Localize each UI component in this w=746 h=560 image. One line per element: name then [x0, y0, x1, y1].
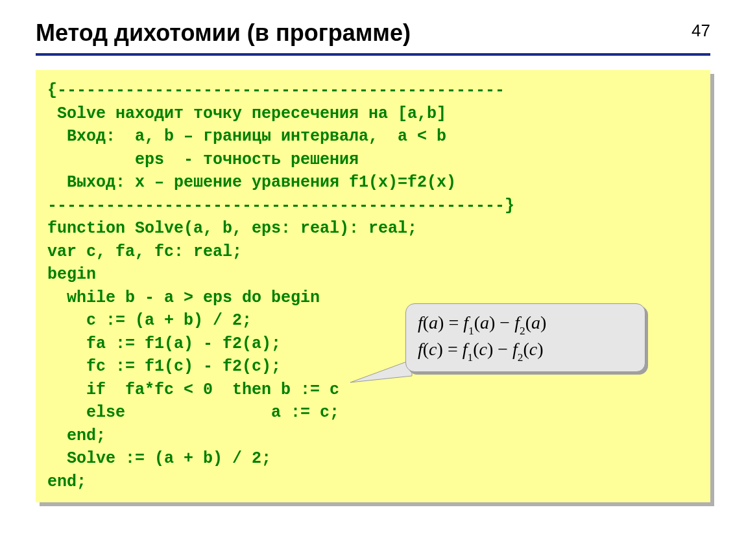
- code-line: function Solve(a, b, eps: real): real;: [47, 217, 699, 240]
- code-line: end;: [47, 425, 699, 448]
- code-line: {---------------------------------------…: [47, 79, 699, 102]
- code-line: Выход: x – решение уравнения f1(x)=f2(x): [47, 171, 699, 194]
- code-line: end;: [47, 471, 699, 494]
- formula-callout: f(a) = f1(a) − f2(a) f(c) = f1(c) − f2(c…: [405, 303, 645, 372]
- page-number: 47: [692, 21, 710, 41]
- code-line: ----------------------------------------…: [47, 194, 699, 218]
- code-line: Solve находит точку пересечения на [a,b]: [47, 102, 699, 126]
- code-block-container: {---------------------------------------…: [36, 70, 710, 502]
- svg-marker-0: [350, 360, 412, 382]
- title-rule: [36, 53, 710, 56]
- code-line: Вход: a, b – границы интервала, a < b: [47, 125, 699, 148]
- code-line: Solve := (a + b) / 2;: [47, 447, 699, 471]
- code-block: {---------------------------------------…: [36, 70, 710, 502]
- code-line: eps - точность решения: [47, 148, 699, 172]
- formula-line-2: f(c) = f1(c) − f2(c): [418, 337, 633, 364]
- slide: 47 Метод дихотомии (в программе) {------…: [0, 0, 746, 502]
- code-line: else a := c;: [47, 401, 699, 425]
- code-line: var c, fa, fc: real;: [47, 240, 699, 264]
- slide-title: Метод дихотомии (в программе): [36, 19, 710, 47]
- code-line: begin: [47, 263, 699, 286]
- formula-line-1: f(a) = f1(a) − f2(a): [418, 310, 633, 337]
